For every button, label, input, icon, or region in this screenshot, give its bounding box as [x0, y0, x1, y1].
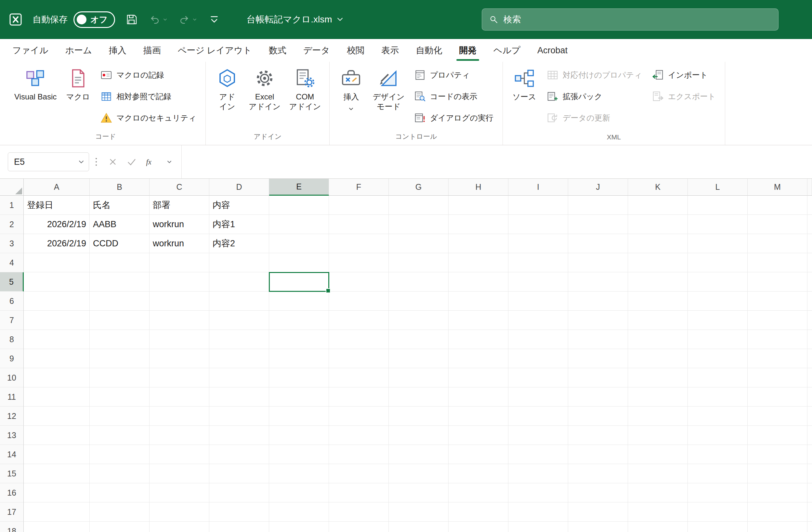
tab-file[interactable]: ファイル: [4, 39, 57, 62]
cell-C4[interactable]: [149, 253, 209, 272]
cell-F17[interactable]: [329, 502, 389, 522]
row-header-4[interactable]: 4: [0, 253, 24, 272]
cell-M14[interactable]: [748, 445, 808, 464]
cell-M11[interactable]: [748, 387, 808, 407]
tab-data[interactable]: データ: [295, 39, 338, 62]
cell-C6[interactable]: [149, 292, 209, 311]
cell-F9[interactable]: [329, 349, 389, 368]
cell-F8[interactable]: [329, 330, 389, 349]
tab-home[interactable]: ホーム: [57, 39, 100, 62]
cell-A16[interactable]: [24, 483, 90, 502]
cell-K15[interactable]: [628, 464, 688, 483]
cell-J4[interactable]: [568, 253, 628, 272]
save-button[interactable]: [125, 13, 139, 26]
column-header-H[interactable]: H: [449, 179, 508, 196]
cell-K9[interactable]: [628, 349, 688, 368]
cell-I11[interactable]: [508, 387, 568, 407]
excel-app-icon[interactable]: [8, 12, 24, 27]
column-header-G[interactable]: G: [389, 179, 449, 196]
cell-L4[interactable]: [688, 253, 748, 272]
row-header-3[interactable]: 3: [0, 234, 24, 253]
expansion-packs-button[interactable]: 拡張パック: [542, 87, 646, 106]
cell-G13[interactable]: [389, 426, 449, 445]
cell-J11[interactable]: [568, 387, 628, 407]
cell-H2[interactable]: [449, 215, 508, 234]
cell-F7[interactable]: [329, 311, 389, 330]
cell-L1[interactable]: [688, 196, 748, 215]
cell-E10[interactable]: [269, 368, 329, 387]
cell-K12[interactable]: [628, 407, 688, 426]
cell-C18[interactable]: [149, 522, 209, 532]
cell-H6[interactable]: [449, 292, 508, 311]
cell-G7[interactable]: [389, 311, 449, 330]
row-header-8[interactable]: 8: [0, 330, 24, 349]
cell-M6[interactable]: [748, 292, 808, 311]
cell-D17[interactable]: [209, 502, 269, 522]
tab-page-layout[interactable]: ページ レイアウト: [169, 39, 260, 62]
column-header-M[interactable]: M: [748, 179, 808, 196]
cell-C14[interactable]: [149, 445, 209, 464]
row-header-6[interactable]: 6: [0, 292, 24, 311]
cell-I5[interactable]: [508, 272, 568, 292]
cell-I8[interactable]: [508, 330, 568, 349]
cell-K18[interactable]: [628, 522, 688, 532]
design-mode-button[interactable]: デザインモード: [369, 64, 408, 129]
cell-G10[interactable]: [389, 368, 449, 387]
cell-G15[interactable]: [389, 464, 449, 483]
cell-H5[interactable]: [449, 272, 508, 292]
cell-J10[interactable]: [568, 368, 628, 387]
cell-J12[interactable]: [568, 407, 628, 426]
cell-E15[interactable]: [269, 464, 329, 483]
cell-K16[interactable]: [628, 483, 688, 502]
cell-E5[interactable]: [269, 272, 329, 292]
cell-C9[interactable]: [149, 349, 209, 368]
cell-A6[interactable]: [24, 292, 90, 311]
cell-G4[interactable]: [389, 253, 449, 272]
row-header-2[interactable]: 2: [0, 215, 24, 234]
cell-J8[interactable]: [568, 330, 628, 349]
import-button[interactable]: インポート: [648, 65, 720, 85]
cell-H3[interactable]: [449, 234, 508, 253]
cell-J2[interactable]: [568, 215, 628, 234]
row-header-17[interactable]: 17: [0, 502, 24, 522]
insert-function-dropdown-icon[interactable]: [160, 152, 179, 171]
cell-M18[interactable]: [748, 522, 808, 532]
cell-D16[interactable]: [209, 483, 269, 502]
cell-H1[interactable]: [449, 196, 508, 215]
insert-controls-button[interactable]: 挿入: [335, 64, 367, 129]
cell-H10[interactable]: [449, 368, 508, 387]
cell-B18[interactable]: [90, 522, 149, 532]
cell-F16[interactable]: [329, 483, 389, 502]
cell-E3[interactable]: [269, 234, 329, 253]
row-header-10[interactable]: 10: [0, 368, 24, 387]
cell-D15[interactable]: [209, 464, 269, 483]
cell-B4[interactable]: [90, 253, 149, 272]
cell-J9[interactable]: [568, 349, 628, 368]
cell-D3[interactable]: 内容2: [209, 234, 269, 253]
cell-K2[interactable]: [628, 215, 688, 234]
cell-C5[interactable]: [149, 272, 209, 292]
cell-L18[interactable]: [688, 522, 748, 532]
cell-I6[interactable]: [508, 292, 568, 311]
column-header-I[interactable]: I: [508, 179, 568, 196]
cell-I17[interactable]: [508, 502, 568, 522]
cell-F11[interactable]: [329, 387, 389, 407]
cell-M15[interactable]: [748, 464, 808, 483]
cell-E4[interactable]: [269, 253, 329, 272]
cell-E14[interactable]: [269, 445, 329, 464]
cell-L5[interactable]: [688, 272, 748, 292]
cell-J15[interactable]: [568, 464, 628, 483]
cell-M7[interactable]: [748, 311, 808, 330]
cell-I13[interactable]: [508, 426, 568, 445]
tab-insert[interactable]: 挿入: [100, 39, 135, 62]
cell-E1[interactable]: [269, 196, 329, 215]
use-relative-references-button[interactable]: 相対参照で記録: [96, 87, 200, 106]
cell-K1[interactable]: [628, 196, 688, 215]
cell-C17[interactable]: [149, 502, 209, 522]
cell-J14[interactable]: [568, 445, 628, 464]
cell-F13[interactable]: [329, 426, 389, 445]
tab-formulas[interactable]: 数式: [260, 39, 295, 62]
cell-F4[interactable]: [329, 253, 389, 272]
cell-M4[interactable]: [748, 253, 808, 272]
cell-L9[interactable]: [688, 349, 748, 368]
